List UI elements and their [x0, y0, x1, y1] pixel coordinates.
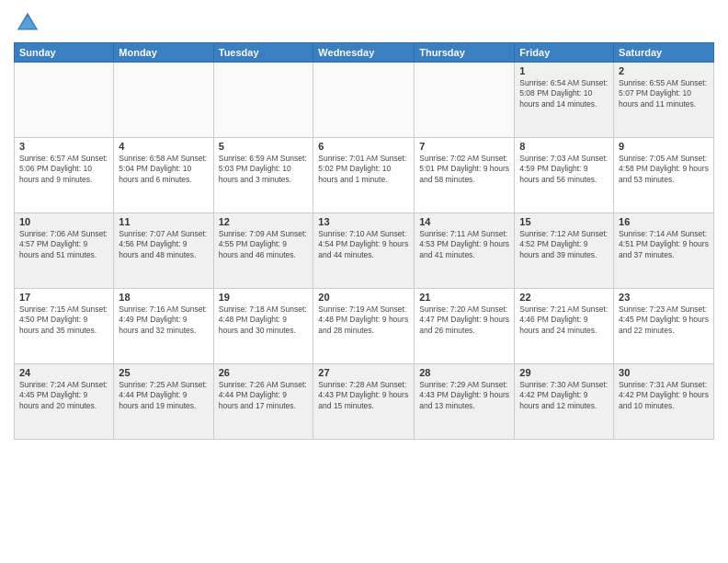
header-cell-sunday: Sunday [15, 43, 114, 63]
day-cell: 12Sunrise: 7:09 AM Sunset: 4:55 PM Dayli… [213, 213, 313, 289]
day-number: 28 [419, 367, 509, 378]
day-info: Sunrise: 7:03 AM Sunset: 4:59 PM Dayligh… [519, 154, 609, 185]
day-cell [415, 63, 515, 138]
day-info: Sunrise: 7:31 AM Sunset: 4:42 PM Dayligh… [619, 380, 709, 411]
day-number: 24 [19, 367, 108, 378]
week-row: 3Sunrise: 6:57 AM Sunset: 5:06 PM Daylig… [15, 138, 714, 213]
day-cell: 10Sunrise: 7:06 AM Sunset: 4:57 PM Dayli… [15, 213, 114, 289]
day-cell: 18Sunrise: 7:16 AM Sunset: 4:49 PM Dayli… [114, 289, 213, 364]
day-cell: 28Sunrise: 7:29 AM Sunset: 4:43 PM Dayli… [415, 364, 515, 440]
day-info: Sunrise: 7:19 AM Sunset: 4:48 PM Dayligh… [318, 304, 409, 336]
day-number: 23 [619, 292, 709, 303]
day-info: Sunrise: 6:59 AM Sunset: 5:03 PM Dayligh… [219, 154, 309, 185]
day-number: 13 [318, 216, 409, 227]
day-number: 29 [519, 367, 609, 378]
calendar: SundayMondayTuesdayWednesdayThursdayFrid… [14, 42, 714, 440]
week-row: 17Sunrise: 7:15 AM Sunset: 4:50 PM Dayli… [15, 289, 714, 364]
day-info: Sunrise: 6:55 AM Sunset: 5:07 PM Dayligh… [619, 78, 709, 109]
day-info: Sunrise: 7:09 AM Sunset: 4:55 PM Dayligh… [219, 229, 309, 260]
header-cell-thursday: Thursday [415, 43, 515, 63]
day-info: Sunrise: 7:16 AM Sunset: 4:49 PM Dayligh… [119, 304, 208, 336]
header-cell-monday: Monday [114, 43, 213, 63]
day-number: 17 [19, 292, 108, 303]
day-info: Sunrise: 7:05 AM Sunset: 4:58 PM Dayligh… [619, 154, 709, 185]
day-number: 15 [519, 216, 609, 227]
day-cell: 1Sunrise: 6:54 AM Sunset: 5:08 PM Daylig… [515, 63, 614, 138]
day-number: 9 [619, 141, 709, 152]
day-cell: 8Sunrise: 7:03 AM Sunset: 4:59 PM Daylig… [515, 138, 614, 213]
day-number: 14 [419, 216, 509, 227]
header-cell-friday: Friday [515, 43, 614, 63]
day-info: Sunrise: 6:57 AM Sunset: 5:06 PM Dayligh… [19, 154, 108, 185]
day-cell: 2Sunrise: 6:55 AM Sunset: 5:07 PM Daylig… [614, 63, 714, 138]
day-info: Sunrise: 7:12 AM Sunset: 4:52 PM Dayligh… [519, 229, 609, 260]
day-number: 2 [619, 65, 709, 76]
day-info: Sunrise: 7:15 AM Sunset: 4:50 PM Dayligh… [19, 304, 108, 336]
day-cell [213, 63, 313, 138]
day-number: 22 [519, 292, 609, 303]
day-info: Sunrise: 7:11 AM Sunset: 4:53 PM Dayligh… [419, 229, 509, 260]
day-number: 10 [19, 216, 108, 227]
day-info: Sunrise: 6:54 AM Sunset: 5:08 PM Dayligh… [519, 78, 609, 109]
logo-icon [14, 9, 41, 37]
header-cell-tuesday: Tuesday [213, 43, 313, 63]
day-cell: 3Sunrise: 6:57 AM Sunset: 5:06 PM Daylig… [15, 138, 114, 213]
header-cell-wednesday: Wednesday [313, 43, 415, 63]
week-row: 1Sunrise: 6:54 AM Sunset: 5:08 PM Daylig… [15, 63, 714, 138]
day-cell: 17Sunrise: 7:15 AM Sunset: 4:50 PM Dayli… [15, 289, 114, 364]
week-row: 10Sunrise: 7:06 AM Sunset: 4:57 PM Dayli… [15, 213, 714, 289]
day-cell: 15Sunrise: 7:12 AM Sunset: 4:52 PM Dayli… [515, 213, 614, 289]
week-row: 24Sunrise: 7:24 AM Sunset: 4:45 PM Dayli… [15, 364, 714, 440]
day-info: Sunrise: 7:26 AM Sunset: 4:44 PM Dayligh… [219, 380, 309, 411]
day-info: Sunrise: 7:20 AM Sunset: 4:47 PM Dayligh… [419, 304, 509, 336]
day-number: 5 [219, 141, 309, 152]
day-number: 16 [619, 216, 709, 227]
day-cell: 21Sunrise: 7:20 AM Sunset: 4:47 PM Dayli… [415, 289, 515, 364]
day-number: 27 [318, 367, 409, 378]
day-number: 12 [219, 216, 309, 227]
day-number: 3 [19, 141, 108, 152]
day-number: 25 [119, 367, 208, 378]
day-number: 11 [119, 216, 208, 227]
day-info: Sunrise: 7:18 AM Sunset: 4:48 PM Dayligh… [219, 304, 309, 336]
day-info: Sunrise: 7:28 AM Sunset: 4:43 PM Dayligh… [318, 380, 409, 411]
day-info: Sunrise: 7:21 AM Sunset: 4:46 PM Dayligh… [519, 304, 609, 336]
day-cell: 7Sunrise: 7:02 AM Sunset: 5:01 PM Daylig… [415, 138, 515, 213]
day-cell: 20Sunrise: 7:19 AM Sunset: 4:48 PM Dayli… [313, 289, 415, 364]
header-cell-saturday: Saturday [614, 43, 714, 63]
day-cell: 22Sunrise: 7:21 AM Sunset: 4:46 PM Dayli… [515, 289, 614, 364]
logo [14, 9, 45, 37]
day-info: Sunrise: 7:25 AM Sunset: 4:44 PM Dayligh… [119, 380, 208, 411]
day-cell [313, 63, 415, 138]
day-cell: 19Sunrise: 7:18 AM Sunset: 4:48 PM Dayli… [213, 289, 313, 364]
header [14, 9, 714, 37]
day-cell: 4Sunrise: 6:58 AM Sunset: 5:04 PM Daylig… [114, 138, 213, 213]
day-info: Sunrise: 7:01 AM Sunset: 5:02 PM Dayligh… [318, 154, 409, 185]
day-info: Sunrise: 7:24 AM Sunset: 4:45 PM Dayligh… [19, 380, 108, 411]
day-cell [114, 63, 213, 138]
day-number: 4 [119, 141, 208, 152]
day-cell: 11Sunrise: 7:07 AM Sunset: 4:56 PM Dayli… [114, 213, 213, 289]
day-cell: 25Sunrise: 7:25 AM Sunset: 4:44 PM Dayli… [114, 364, 213, 440]
day-cell: 29Sunrise: 7:30 AM Sunset: 4:42 PM Dayli… [515, 364, 614, 440]
day-info: Sunrise: 7:14 AM Sunset: 4:51 PM Dayligh… [619, 229, 709, 260]
day-number: 19 [219, 292, 309, 303]
day-info: Sunrise: 7:30 AM Sunset: 4:42 PM Dayligh… [519, 380, 609, 411]
day-info: Sunrise: 6:58 AM Sunset: 5:04 PM Dayligh… [119, 154, 208, 185]
header-row: SundayMondayTuesdayWednesdayThursdayFrid… [15, 43, 714, 63]
day-number: 18 [119, 292, 208, 303]
calendar-body: 1Sunrise: 6:54 AM Sunset: 5:08 PM Daylig… [15, 63, 714, 440]
day-info: Sunrise: 7:06 AM Sunset: 4:57 PM Dayligh… [19, 229, 108, 260]
day-cell: 6Sunrise: 7:01 AM Sunset: 5:02 PM Daylig… [313, 138, 415, 213]
day-cell: 24Sunrise: 7:24 AM Sunset: 4:45 PM Dayli… [15, 364, 114, 440]
calendar-header: SundayMondayTuesdayWednesdayThursdayFrid… [15, 43, 714, 63]
day-cell: 27Sunrise: 7:28 AM Sunset: 4:43 PM Dayli… [313, 364, 415, 440]
day-info: Sunrise: 7:07 AM Sunset: 4:56 PM Dayligh… [119, 229, 208, 260]
day-cell: 9Sunrise: 7:05 AM Sunset: 4:58 PM Daylig… [614, 138, 714, 213]
day-number: 6 [318, 141, 409, 152]
day-number: 20 [318, 292, 409, 303]
day-number: 8 [519, 141, 609, 152]
day-number: 7 [419, 141, 509, 152]
day-cell [15, 63, 114, 138]
day-number: 26 [219, 367, 309, 378]
